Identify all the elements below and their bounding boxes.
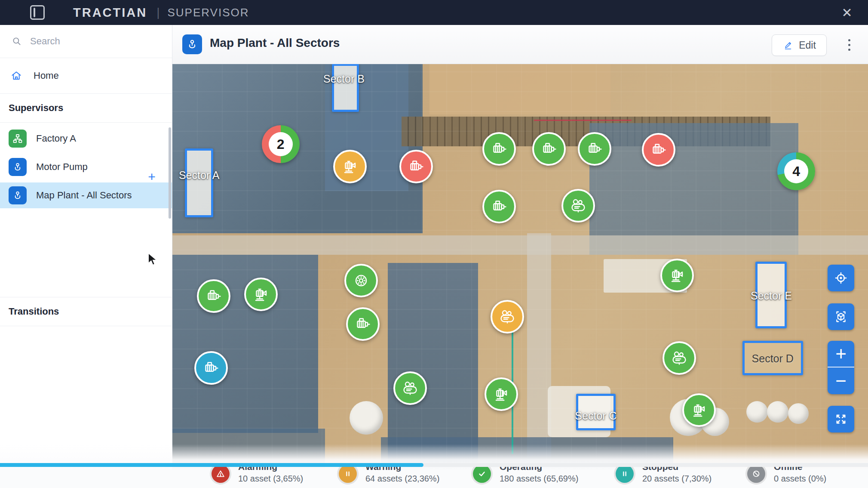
pump-icon <box>667 266 687 285</box>
legend-value: 180 assets (65,69%) <box>500 473 578 485</box>
sector-label: Sector C <box>575 410 616 422</box>
cluster-count: 4 <box>784 159 808 183</box>
cube-3d-icon <box>832 308 850 325</box>
asset-marker-operating[interactable] <box>578 132 611 166</box>
asset-marker-operating[interactable] <box>244 278 278 311</box>
asset-marker-operating[interactable] <box>561 189 595 222</box>
sector-label: Sector B <box>323 73 365 85</box>
sidebar-item-label: Factory A <box>36 133 76 144</box>
pin-icon <box>9 186 27 204</box>
legend-value: 10 asset (3,65%) <box>238 473 303 485</box>
motor-icon <box>204 286 224 306</box>
pencil-icon <box>782 40 794 51</box>
video-progress-fill <box>0 463 423 467</box>
motor-icon <box>406 157 426 176</box>
sidebar-item-factory-a[interactable]: Factory A <box>0 126 172 151</box>
asset-marker-operating[interactable] <box>346 307 380 341</box>
view-3d-button[interactable] <box>828 303 854 330</box>
sidebar: Home Supervisors + Factory AMotor PumpMa… <box>0 25 172 488</box>
factory-icon <box>9 130 27 148</box>
asset-marker-operating[interactable] <box>663 341 696 375</box>
compressor-icon <box>568 196 588 216</box>
sidebar-item-map-plant-all-sectors[interactable]: Map Plant - All Sectors <box>0 182 172 208</box>
plant-map[interactable]: Sector ASector BSector CSector DSector E… <box>172 64 868 488</box>
legend-value: 0 assets (0%) <box>774 473 826 485</box>
pause-icon <box>339 465 357 483</box>
brand-separator: | <box>156 6 159 19</box>
cluster-marker[interactable]: 4 <box>777 152 815 190</box>
video-progress-track[interactable] <box>0 463 868 467</box>
alert-icon <box>212 465 230 483</box>
home-icon <box>9 69 23 83</box>
top-bar: TRACTIAN | SUPERVISOR ✕ <box>0 0 868 25</box>
sector-rect-sector-b[interactable] <box>332 64 359 112</box>
search-icon <box>11 36 22 47</box>
bearing-icon <box>351 271 371 290</box>
motor-icon <box>353 314 373 334</box>
asset-marker-operating[interactable] <box>344 264 378 297</box>
locate-button[interactable] <box>828 265 854 291</box>
pump-icon <box>340 157 360 176</box>
sidebar-item-motor-pump[interactable]: Motor Pump <box>0 154 172 180</box>
legend-value: 64 assets (23,36%) <box>365 473 439 485</box>
section-title: Transitions <box>9 306 59 317</box>
sector-label: Sector E <box>751 290 792 302</box>
crosshair-icon <box>832 269 850 287</box>
asset-marker-warning[interactable] <box>333 150 367 183</box>
motor-icon <box>539 139 559 159</box>
asset-marker-warning[interactable] <box>491 300 524 334</box>
section-transitions: Transitions + <box>0 297 172 326</box>
asset-marker-operating[interactable] <box>682 393 716 427</box>
sidebar-item-label: Map Plant - All Sectors <box>36 190 132 201</box>
edit-button-label: Edit <box>799 40 816 51</box>
motor-icon <box>585 139 604 159</box>
asset-marker-operating[interactable] <box>485 377 518 411</box>
edit-button[interactable]: Edit <box>772 34 827 56</box>
divider <box>0 326 172 326</box>
cluster-marker[interactable]: 2 <box>262 125 300 163</box>
motor-icon <box>489 139 509 159</box>
pump-icon <box>251 284 271 304</box>
compressor-icon <box>497 307 517 327</box>
asset-marker-stopped[interactable] <box>194 351 228 385</box>
motor-icon <box>489 197 509 216</box>
slash-icon <box>747 465 765 483</box>
sector-label: Sector D <box>752 352 794 365</box>
cluster-count: 2 <box>269 132 293 156</box>
map-panel-header: Map Plant - All Sectors Edit <box>172 25 868 64</box>
pump-icon <box>491 384 511 404</box>
zoom-in-button[interactable]: + <box>828 341 854 368</box>
sidebar-toggle-icon[interactable] <box>30 5 45 20</box>
legend-value: 20 assets (7,30%) <box>642 473 712 485</box>
zoom-out-button[interactable]: − <box>828 368 854 394</box>
asset-marker-operating[interactable] <box>482 132 516 166</box>
search-input[interactable] <box>29 35 160 47</box>
motor-icon <box>649 140 669 160</box>
sector-label: Sector A <box>179 169 220 182</box>
asset-marker-alarming[interactable] <box>399 150 433 183</box>
sidebar-scrollbar[interactable] <box>169 127 171 219</box>
asset-marker-alarming[interactable] <box>642 133 675 167</box>
compressor-icon <box>669 348 689 368</box>
check-icon <box>473 465 491 483</box>
search-bar[interactable] <box>0 25 172 58</box>
pin-icon <box>9 158 27 176</box>
product-name: SUPERVISOR <box>167 6 249 19</box>
zoom-control: + − <box>828 341 854 394</box>
asset-marker-operating[interactable] <box>393 371 427 405</box>
close-icon[interactable]: ✕ <box>838 3 856 22</box>
sector-rect-sector-a[interactable] <box>185 148 213 217</box>
pump-icon <box>689 400 709 420</box>
page-title: Map Plant - All Sectors <box>210 36 340 50</box>
asset-marker-operating[interactable] <box>197 279 230 313</box>
sidebar-item-home[interactable]: Home <box>0 58 172 93</box>
fullscreen-button[interactable] <box>828 406 854 432</box>
compressor-icon <box>400 378 420 398</box>
asset-marker-operating[interactable] <box>660 259 694 292</box>
kebab-menu-icon[interactable] <box>843 37 855 53</box>
sidebar-item-label: Motor Pump <box>36 161 88 173</box>
asset-marker-operating[interactable] <box>532 132 566 166</box>
section-supervisors: Supervisors + <box>0 94 172 122</box>
asset-marker-operating[interactable] <box>482 190 516 223</box>
pause-icon <box>616 465 634 483</box>
